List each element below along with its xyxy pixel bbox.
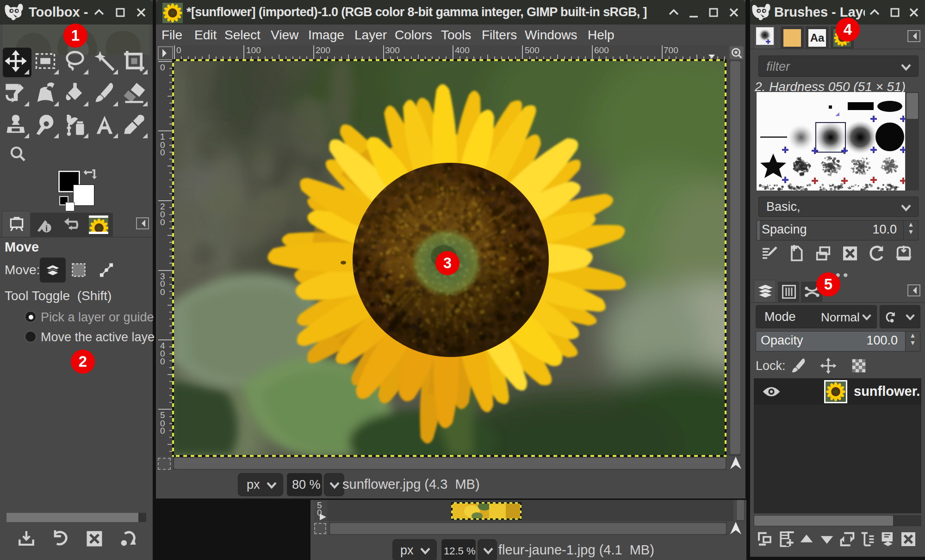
- svg-text:i: i: [45, 223, 48, 233]
